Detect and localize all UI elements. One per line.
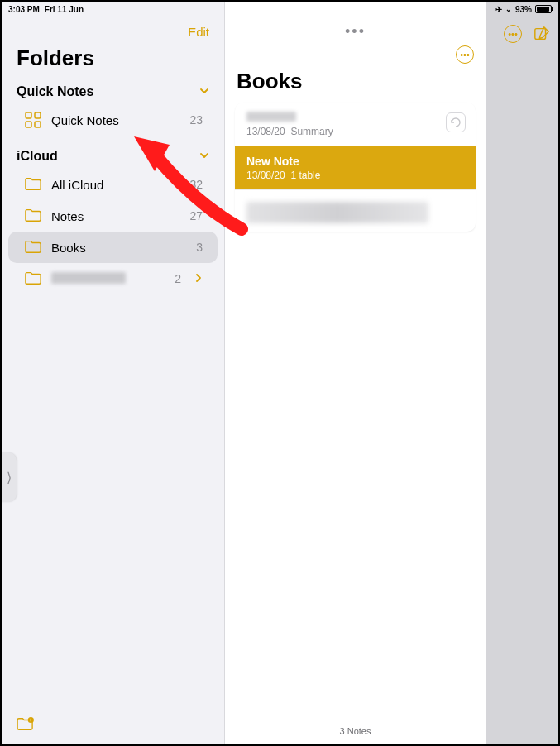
folder-notes[interactable]: Notes 27 bbox=[8, 200, 218, 232]
chevron-down-icon bbox=[199, 151, 209, 163]
battery-icon bbox=[535, 5, 552, 13]
folder-label: Quick Notes bbox=[51, 113, 179, 127]
folder-redacted[interactable]: 2 bbox=[8, 263, 218, 294]
folder-books[interactable]: Books 3 bbox=[8, 232, 218, 263]
notes-count-footer: 3 Notes bbox=[225, 718, 486, 744]
edit-button[interactable]: Edit bbox=[188, 25, 209, 39]
folder-all-icloud[interactable]: All iCloud 32 bbox=[8, 169, 218, 200]
folder-count: 27 bbox=[189, 209, 203, 222]
svg-rect-2 bbox=[26, 122, 31, 127]
folder-label: Books bbox=[51, 241, 186, 255]
status-bar: 3:03 PM Fri 11 Jun ✈ ⌄ 93% bbox=[2, 2, 558, 17]
sidebar-expand-handle[interactable]: ⟩ bbox=[2, 452, 17, 502]
svg-rect-1 bbox=[35, 112, 41, 118]
folder-count: 32 bbox=[189, 178, 203, 191]
note-title-redacted bbox=[246, 111, 464, 124]
new-folder-button[interactable] bbox=[17, 720, 35, 734]
note-detail-panel: ••• bbox=[486, 2, 558, 744]
sidebar-footer bbox=[2, 706, 224, 744]
svg-rect-3 bbox=[35, 122, 41, 127]
notes-list-title: Books bbox=[225, 69, 486, 103]
more-options-button[interactable]: ••• bbox=[456, 45, 474, 64]
wifi-icon: ⌄ bbox=[505, 5, 512, 13]
sync-icon bbox=[446, 112, 466, 132]
note-item-selected[interactable]: New Note 13/08/20 1 table bbox=[235, 146, 476, 190]
folder-count: 23 bbox=[189, 113, 203, 127]
folder-quick-notes[interactable]: Quick Notes 23 bbox=[8, 104, 218, 136]
status-time: 3:03 PM bbox=[8, 5, 40, 14]
drag-handle-icon[interactable]: ••• bbox=[225, 20, 486, 45]
note-item[interactable]: 13/08/20 Summary bbox=[235, 103, 476, 146]
chevron-down-icon bbox=[199, 86, 209, 98]
compose-button[interactable] bbox=[534, 26, 550, 42]
note-meta: 13/08/20 Summary bbox=[246, 126, 464, 137]
section-label: Quick Notes bbox=[17, 84, 93, 99]
status-date: Fri 11 Jun bbox=[45, 5, 84, 14]
note-item[interactable] bbox=[235, 190, 476, 232]
folder-icon bbox=[25, 176, 41, 193]
folder-label: Notes bbox=[51, 209, 179, 223]
folder-count: 3 bbox=[196, 241, 203, 254]
sidebar-title: Folders bbox=[2, 45, 224, 79]
folder-count: 2 bbox=[175, 272, 181, 285]
folder-icon bbox=[25, 208, 41, 224]
folder-label: All iCloud bbox=[51, 178, 179, 192]
airplane-mode-icon: ✈ bbox=[495, 5, 502, 14]
grid-icon bbox=[25, 112, 41, 128]
section-header-icloud[interactable]: iCloud bbox=[2, 144, 224, 169]
folders-sidebar: Edit Folders Quick Notes Quick Notes 23 … bbox=[2, 2, 225, 744]
chevron-right-icon bbox=[194, 272, 203, 285]
notes-card: 13/08/20 Summary New Note 13/08/20 1 tab… bbox=[235, 103, 476, 232]
note-title: New Note bbox=[246, 155, 464, 168]
folder-label-redacted bbox=[51, 272, 165, 286]
section-header-quick-notes[interactable]: Quick Notes bbox=[2, 79, 224, 104]
section-label: iCloud bbox=[17, 149, 58, 164]
folder-icon bbox=[25, 239, 41, 256]
note-content-redacted bbox=[246, 202, 428, 223]
note-more-button[interactable]: ••• bbox=[504, 25, 522, 43]
folder-icon bbox=[25, 270, 41, 287]
notes-list-panel: ••• ••• Books 13/08/20 Summary New Note bbox=[225, 2, 486, 744]
note-meta: 13/08/20 1 table bbox=[246, 170, 464, 181]
svg-rect-0 bbox=[26, 112, 31, 118]
battery-pct: 93% bbox=[515, 5, 532, 14]
